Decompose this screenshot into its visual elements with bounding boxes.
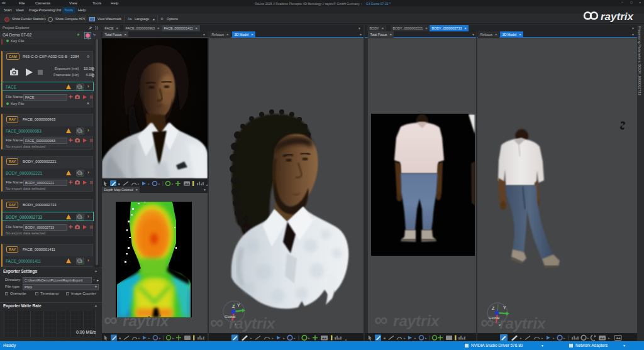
svg-text:Z: Z <box>492 306 495 310</box>
svg-text:Z: Z <box>232 304 235 309</box>
svg-text:raytrix: raytrix <box>601 11 635 23</box>
svg-text:Y: Y <box>237 303 240 307</box>
svg-text:0.00 MB/s: 0.00 MB/s <box>76 330 96 334</box>
svg-text:∞ raytrix: ∞ raytrix <box>210 312 276 332</box>
svg-text:∞ raytrix: ∞ raytrix <box>104 309 170 330</box>
svg-text:Y: Y <box>503 305 506 310</box>
svg-text:∞ raytrix: ∞ raytrix <box>374 309 440 330</box>
svg-text:∞ raytrix: ∞ raytrix <box>480 312 547 332</box>
